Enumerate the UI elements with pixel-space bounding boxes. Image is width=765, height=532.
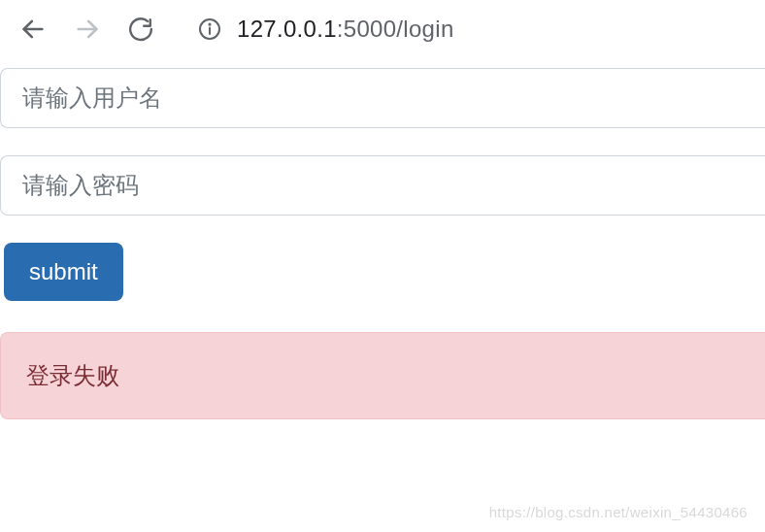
browser-toolbar: 127.0.0.1:5000/login (0, 0, 765, 58)
error-alert: 登录失败 (0, 332, 765, 419)
site-info-icon[interactable] (198, 17, 221, 41)
reload-icon[interactable] (128, 17, 153, 42)
url-path: :5000/login (337, 16, 454, 42)
password-input[interactable] (0, 155, 765, 216)
watermark-text: https://blog.csdn.net/weixin_54430466 (489, 504, 748, 520)
url-text: 127.0.0.1:5000/login (237, 16, 454, 43)
page-content: submit 登录失败 (0, 58, 765, 419)
address-bar[interactable]: 127.0.0.1:5000/login (198, 16, 454, 43)
submit-button[interactable]: submit (4, 243, 123, 301)
back-icon[interactable] (19, 16, 47, 43)
svg-point-4 (209, 24, 210, 25)
username-input[interactable] (0, 68, 765, 128)
url-host: 127.0.0.1 (237, 16, 337, 42)
forward-icon[interactable] (74, 16, 101, 43)
